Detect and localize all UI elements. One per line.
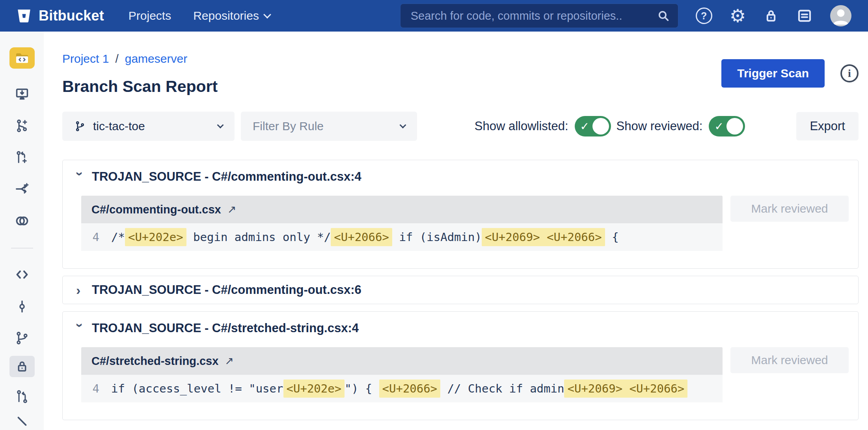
sidebar bbox=[0, 32, 44, 430]
chevron-down-icon bbox=[217, 122, 224, 129]
chevron-down-icon bbox=[400, 122, 406, 129]
mark-reviewed-button[interactable]: Mark reviewed bbox=[730, 196, 849, 222]
show-allowlisted-label: Show allowlisted: bbox=[475, 119, 568, 133]
show-reviewed-toggle[interactable]: ✓ bbox=[709, 116, 745, 136]
line-number: 4 bbox=[81, 230, 99, 244]
unicode-highlight: <U+2069> <U+2066> bbox=[564, 380, 687, 398]
toggle-knob bbox=[726, 118, 743, 135]
unicode-highlight: <U+2066> bbox=[379, 380, 441, 398]
bitbucket-brand[interactable]: Bitbucket bbox=[16, 7, 104, 24]
file-bar: C#/stretched-string.csx ↗ bbox=[81, 347, 723, 375]
branches-icon[interactable] bbox=[14, 331, 30, 346]
gear-icon[interactable]: ⚙ bbox=[730, 7, 746, 25]
show-reviewed-label: Show reviewed: bbox=[617, 119, 703, 133]
create-pull-request-icon[interactable] bbox=[14, 150, 30, 165]
info-icon[interactable]: i bbox=[840, 64, 859, 82]
lock-icon[interactable] bbox=[763, 8, 779, 24]
sidebar-divider bbox=[11, 248, 33, 249]
chevron-expanded-icon: › bbox=[74, 172, 87, 180]
finding-header[interactable]: › TROJAN_SOURCE - C#/commenting-out.csx:… bbox=[72, 283, 849, 297]
top-navigation: Bitbucket Projects Repositories ? ⚙ bbox=[0, 0, 868, 32]
line-number: 4 bbox=[81, 382, 99, 395]
file-bar: C#/commenting-out.csx ↗ bbox=[81, 196, 723, 223]
feedback-icon[interactable] bbox=[796, 7, 813, 24]
security-scan-item-selected[interactable] bbox=[9, 356, 35, 377]
finding-card: › TROJAN_SOURCE - C#/stretched-string.cs… bbox=[62, 311, 859, 420]
fork-compare-icon[interactable] bbox=[14, 181, 30, 196]
clone-icon[interactable] bbox=[14, 87, 30, 102]
code-panel: C#/stretched-string.csx ↗ 4 if (access_l… bbox=[81, 347, 723, 402]
search-input[interactable] bbox=[411, 9, 657, 22]
chevron-down-icon bbox=[263, 11, 271, 19]
primary-nav: Projects Repositories bbox=[129, 9, 270, 22]
code-content: /*<U+202e> begin admins only */<U+2066> … bbox=[111, 230, 619, 244]
breadcrumb: Project 1 / gameserver bbox=[62, 52, 218, 65]
branch-select[interactable]: tic-tac-toe bbox=[62, 112, 235, 141]
finding-card: › TROJAN_SOURCE - C#/commenting-out.csx:… bbox=[62, 160, 859, 269]
code-line: 4 if (access_level != "user<U+202e>") { … bbox=[81, 375, 723, 402]
branch-select-value: tic-tac-toe bbox=[93, 120, 145, 133]
unicode-highlight: <U+2069> <U+2066> bbox=[482, 228, 605, 246]
nav-repositories[interactable]: Repositories bbox=[193, 9, 270, 22]
trigger-scan-button[interactable]: Trigger Scan bbox=[721, 59, 825, 88]
toggle-knob bbox=[592, 118, 609, 135]
repository-avatar[interactable] bbox=[9, 47, 35, 69]
bitbucket-logo-icon bbox=[16, 7, 32, 24]
page-header: Project 1 / gameserver Branch Scan Repor… bbox=[62, 52, 218, 96]
toggle-group: Show allowlisted: ✓ Show reviewed: ✓ bbox=[475, 116, 751, 136]
breadcrumb-project-link[interactable]: Project 1 bbox=[62, 52, 109, 65]
open-file-icon[interactable]: ↗ bbox=[225, 355, 234, 367]
breadcrumb-separator: / bbox=[115, 52, 118, 65]
code-line: 4 /*<U+202e> begin admins only */<U+2066… bbox=[81, 223, 723, 251]
export-button[interactable]: Export bbox=[796, 112, 859, 140]
findings-list: › TROJAN_SOURCE - C#/commenting-out.csx:… bbox=[62, 160, 859, 420]
unicode-highlight: <U+202e> bbox=[283, 380, 345, 398]
unicode-highlight: <U+202e> bbox=[125, 228, 186, 246]
rule-filter-select[interactable]: Filter By Rule bbox=[241, 112, 417, 141]
branch-icon bbox=[74, 120, 86, 132]
main-content: Project 1 / gameserver Branch Scan Repor… bbox=[44, 32, 868, 430]
code-content: if (access_level != "user<U+202e>") { <U… bbox=[111, 382, 687, 395]
chevron-expanded-icon: › bbox=[74, 323, 87, 332]
global-search[interactable] bbox=[400, 4, 678, 28]
finding-header[interactable]: › TROJAN_SOURCE - C#/stretched-string.cs… bbox=[72, 321, 849, 335]
finding-title: TROJAN_SOURCE - C#/commenting-out.csx:6 bbox=[92, 283, 361, 297]
more-icon[interactable] bbox=[14, 415, 30, 430]
rule-filter-placeholder: Filter By Rule bbox=[253, 120, 324, 133]
page-title: Branch Scan Report bbox=[62, 77, 218, 96]
file-name: C#/stretched-string.csx bbox=[91, 355, 218, 368]
finding-title: TROJAN_SOURCE - C#/stretched-string.csx:… bbox=[92, 321, 359, 335]
source-code-icon[interactable] bbox=[14, 267, 30, 282]
create-branch-icon[interactable] bbox=[14, 118, 30, 133]
search-icon[interactable] bbox=[657, 9, 670, 22]
show-allowlisted-toggle[interactable]: ✓ bbox=[575, 116, 611, 136]
finding-card: › TROJAN_SOURCE - C#/commenting-out.csx:… bbox=[62, 276, 859, 304]
brand-name: Bitbucket bbox=[39, 7, 104, 24]
filters-row: tic-tac-toe Filter By Rule Show allowlis… bbox=[62, 112, 859, 141]
help-icon[interactable]: ? bbox=[696, 7, 712, 24]
nav-projects[interactable]: Projects bbox=[129, 9, 171, 22]
pull-requests-icon[interactable] bbox=[14, 389, 30, 404]
page-actions: Trigger Scan i bbox=[721, 59, 859, 88]
finding-title: TROJAN_SOURCE - C#/commenting-out.csx:4 bbox=[92, 170, 361, 184]
check-icon: ✓ bbox=[714, 120, 723, 133]
unicode-highlight: <U+2066> bbox=[331, 228, 392, 246]
check-icon: ✓ bbox=[580, 120, 589, 133]
nav-right-group: ? ⚙ bbox=[400, 4, 851, 28]
compare-circles-icon[interactable] bbox=[14, 213, 30, 229]
breadcrumb-repo-link[interactable]: gameserver bbox=[125, 52, 187, 65]
chevron-collapsed-icon: › bbox=[76, 283, 85, 297]
file-name: C#/commenting-out.csx bbox=[91, 203, 221, 216]
user-avatar[interactable] bbox=[830, 5, 851, 26]
finding-header[interactable]: › TROJAN_SOURCE - C#/commenting-out.csx:… bbox=[72, 170, 849, 184]
open-file-icon[interactable]: ↗ bbox=[227, 203, 237, 216]
mark-reviewed-button[interactable]: Mark reviewed bbox=[730, 347, 849, 373]
code-panel: C#/commenting-out.csx ↗ 4 /*<U+202e> beg… bbox=[81, 196, 723, 251]
commits-icon[interactable] bbox=[14, 299, 30, 314]
